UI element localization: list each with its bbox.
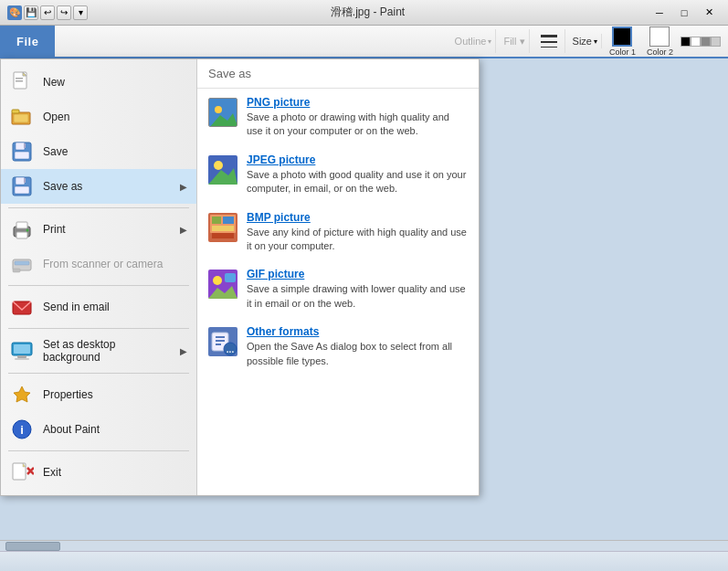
email-icon (10, 295, 34, 319)
window-title: 滑稽.jpg - Paint (91, 5, 644, 20)
svg-point-18 (26, 229, 29, 232)
fill-btn[interactable]: Fill ▾ (503, 36, 524, 48)
gif-desc: Save a simple drawing with lower quality… (247, 282, 468, 311)
submenu-item-gif[interactable]: GIF picture Save a simple drawing with l… (197, 260, 479, 318)
svg-rect-2 (16, 78, 23, 79)
properties-icon (10, 383, 34, 407)
save-quick-btn[interactable]: 💾 (24, 5, 38, 20)
menu-item-properties[interactable]: Properties (1, 377, 196, 412)
save-label: Save (43, 145, 187, 158)
color2-label: Color 2 (647, 48, 673, 57)
jpeg-desc: Save a photo with good quality and use i… (247, 168, 468, 196)
submenu-item-other[interactable]: ... Other formats Open the Save As dialo… (197, 318, 479, 375)
menu-item-new[interactable]: New (1, 65, 196, 100)
file-tab[interactable]: File (0, 26, 55, 57)
customize-btn[interactable]: ▾ (73, 5, 88, 20)
about-icon: i (10, 418, 34, 441)
menu-item-print[interactable]: Print ▶ (1, 212, 196, 247)
svg-rect-21 (13, 269, 20, 272)
png-content: PNG picture Save a photo or drawing with… (247, 96, 468, 139)
palette-color-lightgray[interactable] (711, 37, 721, 47)
menu-item-scanner: From scanner or camera (1, 247, 196, 281)
separator-2 (8, 285, 189, 286)
separator-5 (8, 450, 189, 451)
bmp-desc: Save any kind of picture with high quali… (247, 226, 468, 254)
svg-rect-53 (216, 344, 221, 345)
svg-rect-42 (223, 217, 234, 224)
bmp-title: BMP picture (247, 211, 468, 224)
svg-point-34 (215, 106, 222, 113)
maximize-btn[interactable]: □ (672, 4, 696, 22)
palette-color-gray[interactable] (701, 37, 711, 47)
bmp-content: BMP picture Save any kind of picture wit… (247, 211, 468, 254)
open-label: Open (43, 111, 187, 123)
menu-item-desktop[interactable]: Set as desktop background ▶ (1, 333, 196, 369)
menu-item-exit[interactable]: Exit (1, 455, 196, 490)
menu-item-about[interactable]: i About Paint (1, 412, 196, 447)
jpeg-content: JPEG picture Save a photo with good qual… (247, 153, 468, 196)
png-desc: Save a photo or drawing with high qualit… (247, 111, 468, 139)
new-label: New (43, 76, 187, 89)
menu-item-save[interactable]: Save (1, 134, 196, 169)
submenu-item-png[interactable]: PNG picture Save a photo or drawing with… (197, 89, 479, 146)
color2-swatch[interactable] (649, 26, 670, 47)
svg-rect-41 (212, 217, 221, 224)
gif-title: GIF picture (247, 268, 468, 280)
status-bar (0, 551, 728, 571)
other-desc: Open the Save As dialog box to select fr… (247, 340, 468, 368)
menu-item-open[interactable]: Open (1, 100, 196, 134)
svg-rect-9 (15, 152, 29, 159)
minimize-btn[interactable]: ─ (648, 4, 671, 22)
print-label: Print (43, 223, 171, 236)
color1-group: Color 1 (606, 25, 639, 58)
svg-rect-43 (212, 226, 234, 231)
svg-rect-10 (24, 143, 26, 148)
close-btn[interactable]: ✕ (697, 4, 721, 22)
properties-label: Properties (43, 388, 187, 401)
lines-icon[interactable] (539, 31, 559, 51)
outline-caret: ▾ (488, 37, 491, 46)
save-as-arrow: ▶ (180, 182, 187, 192)
undo-btn[interactable]: ↩ (40, 5, 55, 20)
svg-rect-13 (15, 186, 29, 194)
ribbon: File Outline ▾ Fill ▾ Size ▾ (0, 26, 728, 58)
color-palette (681, 37, 721, 47)
menu-item-save-as[interactable]: Save as ▶ (1, 169, 196, 204)
submenu-item-bmp[interactable]: BMP picture Save any kind of picture wit… (197, 204, 479, 261)
horizontal-scrollbar[interactable] (0, 540, 728, 551)
gif-content: GIF picture Save a simple drawing with l… (247, 268, 468, 311)
scrollbar-thumb[interactable] (5, 542, 60, 551)
svg-point-46 (213, 276, 222, 285)
jpeg-title: JPEG picture (247, 153, 468, 166)
size-btn[interactable]: Size ▾ (573, 36, 597, 47)
bmp-icon (208, 213, 237, 242)
fill-label: Fill ▾ (503, 36, 524, 48)
palette-color-black[interactable] (681, 37, 691, 47)
other-formats-icon: ... (208, 327, 237, 356)
new-icon (10, 70, 34, 94)
about-label: About Paint (43, 423, 187, 436)
menu-item-email[interactable]: Send in email (1, 290, 196, 324)
exit-icon (10, 460, 34, 484)
svg-text:...: ... (227, 344, 235, 354)
print-icon (10, 217, 34, 241)
other-content: Other formats Open the Save As dialog bo… (247, 325, 468, 368)
color2-group: Color 2 (643, 25, 677, 58)
outline-btn[interactable]: Outline ▾ (455, 36, 492, 47)
fill-group: Fill ▾ (500, 29, 529, 53)
color1-swatch[interactable] (612, 26, 632, 47)
submenu-item-jpeg[interactable]: JPEG picture Save a photo with good qual… (197, 146, 479, 204)
desktop-label: Set as desktop background (43, 338, 171, 364)
palette-color-white[interactable] (691, 37, 701, 47)
svg-rect-52 (216, 340, 225, 342)
left-panel: New Open Save (1, 59, 197, 495)
title-bar-controls: 🎨 💾 ↩ ↪ ▾ (7, 5, 88, 20)
desktop-arrow: ▶ (180, 346, 187, 356)
color1-label: Color 1 (609, 48, 636, 57)
redo-btn[interactable]: ↪ (57, 5, 71, 20)
desktop-icon (10, 339, 34, 363)
svg-rect-14 (24, 178, 26, 183)
svg-rect-3 (16, 80, 23, 82)
outline-label: Outline (455, 36, 487, 47)
separator-1 (8, 207, 189, 208)
